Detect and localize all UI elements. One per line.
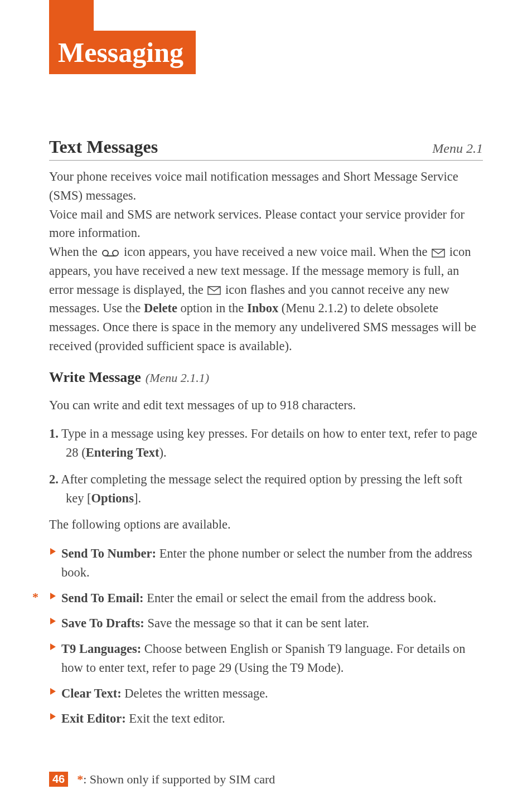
svg-point-0 [103, 250, 108, 256]
step-2-text-b: ]. [134, 491, 141, 505]
page-footer: 46 *: Shown only if supported by SIM car… [49, 772, 275, 787]
intro-paragraph: Your phone receives voice mail notificat… [49, 167, 483, 356]
subsection-intro: You can write and edit text messages of … [49, 396, 483, 415]
option-label: T9 Languages: [61, 642, 141, 656]
page-number: 46 [49, 772, 68, 787]
step-1-bold: Entering Text [86, 445, 159, 459]
section-menu-ref: Menu 2.1 [432, 141, 483, 156]
option-send-to-number: Send To Number: Enter the phone number o… [49, 544, 483, 582]
triangle-bullet-icon [49, 713, 57, 720]
message-icon-2 [207, 286, 221, 295]
triangle-bullet-icon [49, 592, 57, 600]
option-text: Send To Number: Enter the phone number o… [61, 544, 483, 582]
option-desc: Deletes the written message. [122, 686, 268, 700]
intro-p3f: option in the [177, 301, 247, 315]
step-2-num: 2. [49, 472, 59, 486]
option-send-to-email: * Send To Email: Enter the email or sele… [49, 589, 483, 608]
option-label: Exit Editor: [61, 711, 126, 725]
options-intro: The following options are available. [49, 515, 483, 534]
intro-p3a: When the [49, 245, 100, 259]
step-1: 1. Type in a message using key presses. … [49, 424, 483, 462]
intro-delete-bold: Delete [144, 301, 177, 315]
option-save-to-drafts: Save To Drafts: Save the message so that… [49, 614, 483, 633]
step-2-bold: Options [91, 491, 134, 505]
voicemail-icon [101, 249, 119, 258]
triangle-bullet-icon [49, 548, 57, 555]
step-2: 2. After completing the message select t… [49, 470, 483, 508]
intro-p3b: icon appears, you have received a new vo… [120, 245, 431, 259]
option-t9-languages: T9 Languages: Choose between English or … [49, 640, 483, 677]
step-1-text-b: ). [159, 445, 167, 459]
message-icon [432, 249, 445, 258]
svg-point-1 [113, 250, 118, 256]
option-desc: Exit the text editor. [126, 711, 225, 725]
intro-inbox-bold: Inbox [247, 301, 278, 315]
page-content: Text Messages Menu 2.1 Your phone receiv… [49, 137, 483, 735]
option-text: Send To Email: Enter the email or select… [61, 589, 436, 608]
option-label: Save To Drafts: [61, 616, 144, 630]
subsection-header: Write Message (Menu 2.1.1) [49, 369, 483, 386]
asterisk-marker: * [32, 590, 38, 604]
footnote-asterisk: * [77, 772, 83, 786]
option-text: Save To Drafts: Save the message so that… [61, 614, 369, 633]
option-desc: Enter the email or select the email from… [144, 591, 437, 605]
option-label: Send To Email: [61, 591, 144, 605]
subsection-title: Write Message [49, 369, 141, 385]
footnote: *: Shown only if supported by SIM card [77, 772, 275, 787]
intro-p1: Your phone receives voice mail notificat… [49, 170, 458, 202]
option-text: Clear Text: Deletes the written message. [61, 684, 268, 703]
triangle-bullet-icon [49, 643, 57, 651]
chapter-title: Messaging [58, 37, 183, 68]
section-title: Text Messages [49, 137, 158, 157]
subsection-ref: (Menu 2.1.1) [146, 371, 209, 385]
header-accent-block [49, 0, 94, 31]
option-label: Clear Text: [61, 686, 122, 700]
triangle-bullet-icon [49, 687, 57, 695]
footnote-text: : Shown only if supported by SIM card [83, 772, 275, 786]
option-text: Exit Editor: Exit the text editor. [61, 709, 225, 728]
option-text: T9 Languages: Choose between English or … [61, 640, 483, 677]
chapter-title-block: Messaging [49, 31, 196, 74]
step-1-num: 1. [49, 427, 59, 440]
option-exit-editor: Exit Editor: Exit the text editor. [49, 709, 483, 728]
intro-p2: Voice mail and SMS are network services.… [49, 207, 465, 240]
option-label: Send To Number: [61, 546, 156, 560]
option-clear-text: Clear Text: Deletes the written message. [49, 684, 483, 703]
triangle-bullet-icon [49, 617, 57, 625]
option-desc: Save the message so that it can be sent … [144, 616, 369, 630]
section-header: Text Messages Menu 2.1 [49, 137, 483, 161]
